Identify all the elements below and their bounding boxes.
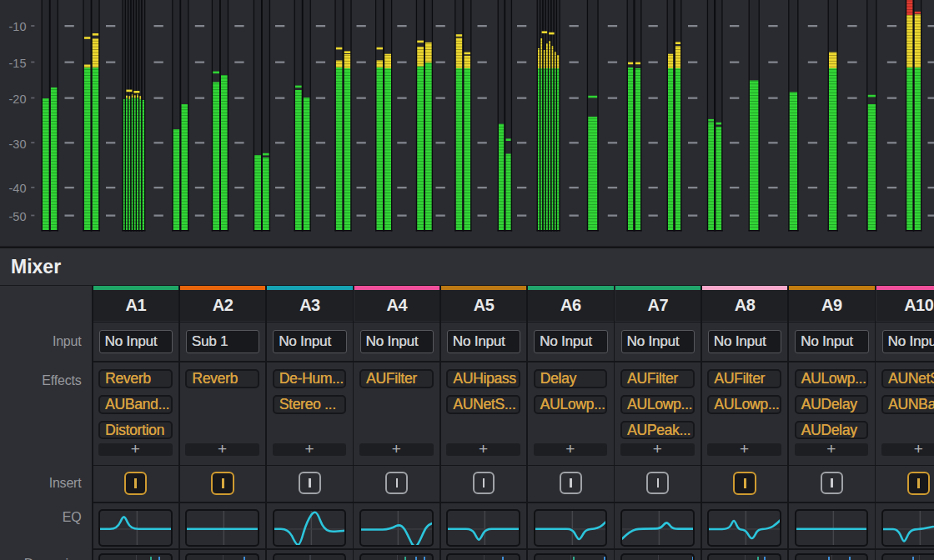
svg-text:-30: -30 [9,138,27,151]
svg-text:-10: -10 [9,20,27,33]
svg-text:-20: -20 [9,92,27,106]
svg-text:-50: -50 [9,210,27,223]
svg-text:-15: -15 [9,57,27,70]
svg-text:-40: -40 [9,182,27,195]
